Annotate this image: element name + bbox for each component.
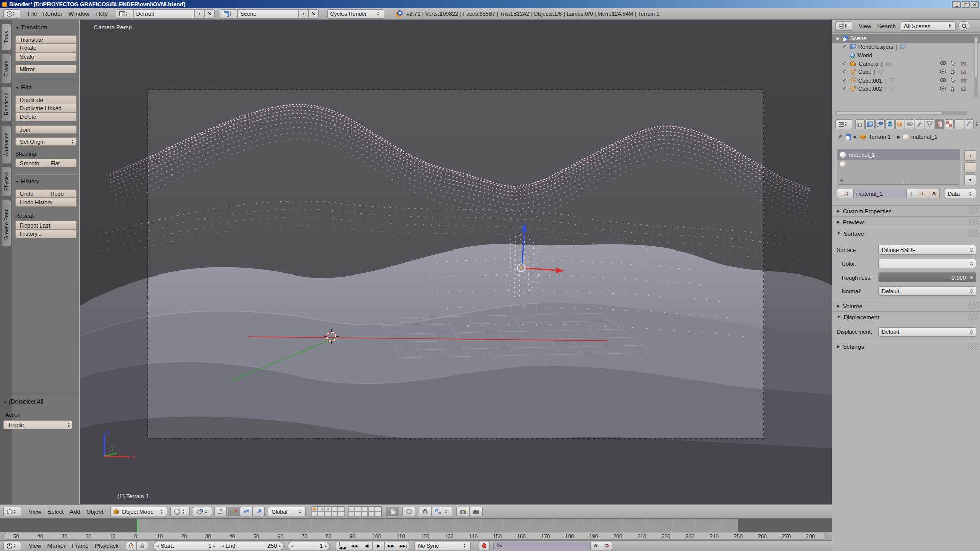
layout-add-button[interactable]: +: [194, 9, 205, 19]
rotate-button[interactable]: Rotate: [15, 44, 77, 53]
repeat-last-button[interactable]: Repeat Last: [15, 221, 77, 230]
outliner-row-scene[interactable]: ⊖ Scene: [832, 34, 980, 43]
lock-frame-toggle[interactable]: [137, 542, 148, 550]
socket-dot-icon[interactable]: [970, 330, 973, 334]
expand-icon[interactable]: ⊕: [842, 61, 848, 66]
layout-icon-button[interactable]: ▲▼: [116, 9, 133, 19]
delete-button[interactable]: Delete: [15, 113, 77, 121]
shade-flat-button[interactable]: Flat: [46, 159, 77, 167]
material-unlink-button[interactable]: ✕: [928, 189, 940, 198]
timeline-ruler[interactable]: -50-40-30-20-100102030405060708090100110…: [0, 532, 832, 540]
panel-header-custom-properties[interactable]: ▶Custom Properties: [832, 205, 980, 216]
breadcrumb-material[interactable]: material_1: [911, 134, 937, 140]
shelf-tab-relations[interactable]: Relations: [1, 86, 11, 122]
renderability-camera-icon[interactable]: [960, 61, 967, 66]
outliner-hscrollbar[interactable]: [835, 111, 967, 115]
material-browse-button[interactable]: ▲▼: [837, 189, 854, 198]
shelf-tab-tools[interactable]: Tools: [1, 24, 11, 51]
material-slot-active[interactable]: material_1: [837, 149, 960, 160]
displacement-select[interactable]: Default: [878, 327, 976, 337]
roughness-slider[interactable]: 0.000: [878, 272, 976, 282]
history-menu-button[interactable]: History...: [15, 230, 77, 238]
tab-render-layers[interactable]: [865, 119, 874, 129]
tab-scene[interactable]: [875, 119, 885, 129]
outliner-vscrollbar[interactable]: [974, 36, 978, 97]
mode-selector[interactable]: Object Mode▲▼: [110, 507, 167, 516]
snap-toggle-button[interactable]: [419, 507, 432, 516]
manipulator-rotate-button[interactable]: [240, 507, 253, 516]
viewport-menu-object[interactable]: Object: [83, 509, 106, 515]
visibility-eye-icon[interactable]: [940, 86, 946, 91]
transform-orientation-select[interactable]: Global▲▼: [268, 507, 306, 516]
outliner-menu-view[interactable]: View: [855, 23, 874, 29]
outliner-row-world[interactable]: World: [832, 51, 980, 60]
material-link-select[interactable]: Data▲▼: [945, 189, 976, 198]
play-button[interactable]: ▶: [373, 542, 385, 550]
insert-keyframe-button[interactable]: [590, 542, 601, 550]
renderability-camera-icon[interactable]: [960, 69, 967, 74]
expand-icon[interactable]: ⊕: [842, 44, 848, 49]
restrict-toggles[interactable]: [940, 69, 967, 75]
layout-delete-button[interactable]: ✕: [205, 9, 215, 19]
outliner-row-cube[interactable]: ⊕ Cube |: [832, 68, 980, 77]
normal-select[interactable]: Default: [878, 286, 976, 296]
snap-element-selector[interactable]: ▲▼: [432, 507, 452, 516]
panel-header-surface[interactable]: ▼Surface: [832, 228, 980, 239]
undo-button[interactable]: Undo: [15, 189, 46, 198]
material-slot-remove-button[interactable]: −: [964, 162, 976, 173]
timeline-editor-selector[interactable]: ▲▼: [3, 542, 21, 550]
viewport-3d[interactable]: z y x Camera Persp (1) Terrain 1: [80, 20, 832, 504]
scene-name-field[interactable]: Scene: [237, 9, 299, 19]
selectability-cursor-icon[interactable]: [951, 61, 955, 66]
shade-smooth-button[interactable]: Smooth: [15, 159, 46, 167]
redo-button[interactable]: Redo: [46, 189, 77, 198]
menu-render[interactable]: Render: [40, 11, 66, 17]
title-bar[interactable]: Blender* [D:\PROYECTOS GRAFICOS\BLENDER\…: [0, 0, 980, 8]
visibility-eye-icon[interactable]: [940, 78, 946, 82]
viewport-shading-selector[interactable]: ▲▼: [170, 507, 190, 516]
outliner-row-cube-002[interactable]: ⊕ Cube.002 |: [832, 85, 980, 93]
panel-header-edit[interactable]: ▼ Edit: [15, 81, 77, 90]
outliner-search-button[interactable]: [958, 21, 970, 31]
panel-header-deselect-all[interactable]: ▼ (De)select All: [3, 395, 77, 405]
current-frame-field[interactable]: ◂1▸: [288, 542, 330, 550]
layer-buttons-group-2[interactable]: [348, 506, 382, 517]
manipulator-scale-button[interactable]: [253, 507, 265, 516]
frame-end-field[interactable]: ◂End: 250▸: [218, 542, 284, 550]
timeline-menu-marker[interactable]: Marker: [44, 543, 69, 549]
outliner-row-cube-001[interactable]: ⊕ Cube.001 |: [832, 77, 980, 85]
tabs-overflow-arrows[interactable]: ▲▼: [975, 121, 980, 127]
duplicate-button[interactable]: Duplicate: [15, 95, 77, 104]
action-toggle-dropdown[interactable]: Toggle▲▼: [3, 420, 72, 429]
shelf-tab-grease-pencil[interactable]: Grease Pencil: [1, 199, 11, 246]
viewport-menu-select[interactable]: Select: [44, 509, 67, 515]
preview-range-toggle[interactable]: [126, 542, 137, 550]
panel-header-volume[interactable]: ▶Volume: [832, 300, 980, 311]
outliner-menu-search[interactable]: Search: [874, 23, 899, 29]
socket-dot-icon[interactable]: [970, 248, 973, 252]
slot-add-icon[interactable]: ⊕: [839, 178, 843, 183]
viewport-menu-view[interactable]: View: [26, 509, 44, 515]
jump-to-end-button[interactable]: ▶▶|: [397, 542, 409, 550]
socket-dot-icon[interactable]: [970, 262, 973, 265]
shelf-tab-animation[interactable]: Animation: [1, 125, 11, 164]
jump-to-start-button[interactable]: |◀◀: [336, 542, 348, 550]
properties-editor-selector[interactable]: ▲▼: [835, 119, 852, 129]
viewport-editor-selector[interactable]: ▲▼: [3, 507, 21, 516]
tab-texture[interactable]: [945, 119, 954, 129]
expand-icon[interactable]: ⊕: [842, 86, 848, 91]
translate-button[interactable]: Translate: [15, 35, 77, 44]
outliner-row-renderlayers[interactable]: ⊕ RenderLayers |: [832, 43, 980, 52]
outliner-editor-selector[interactable]: ▲▼: [835, 21, 852, 31]
shelf-tab-physics[interactable]: Physics: [1, 167, 11, 196]
set-origin-dropdown[interactable]: Set Origin▲▼: [15, 137, 77, 146]
tab-material[interactable]: [935, 119, 944, 129]
breadcrumb-object[interactable]: Terrain 1: [869, 134, 891, 140]
tab-world[interactable]: [885, 119, 894, 129]
panel-header-preview[interactable]: ▶Preview: [832, 216, 980, 228]
duplicate-linked-button[interactable]: Duplicate Linked: [15, 104, 77, 113]
pivot-point-selector[interactable]: ▲▼: [193, 507, 212, 516]
scene-add-button[interactable]: +: [299, 9, 309, 19]
panel-header-history[interactable]: ▼ History: [15, 174, 77, 184]
tab-modifiers[interactable]: [915, 119, 924, 129]
